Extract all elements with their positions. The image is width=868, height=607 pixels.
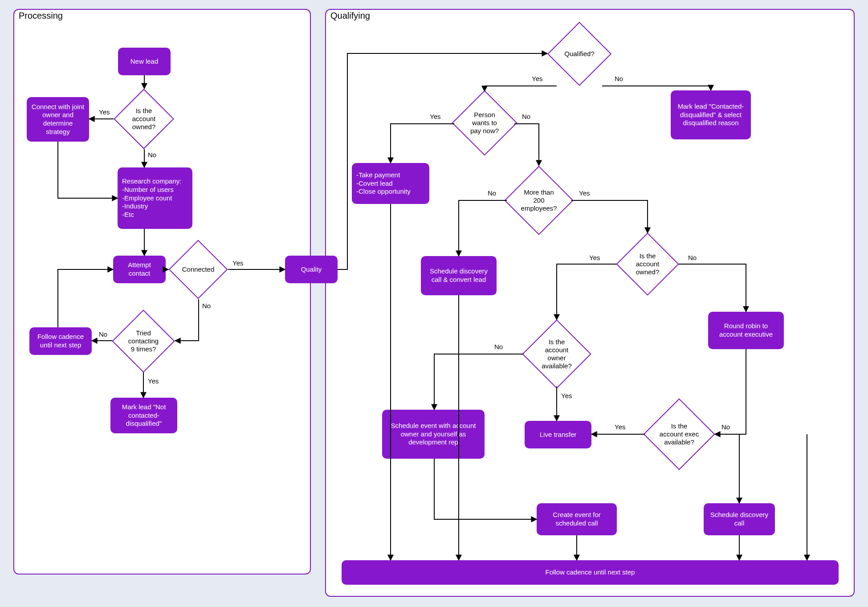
node-acct-owned2: Is the account owned? bbox=[625, 242, 670, 286]
lbl-more200-no: No bbox=[488, 189, 496, 197]
node-follow-cadence: Follow cadence until next step bbox=[29, 327, 92, 355]
lbl-owned-yes: Yes bbox=[99, 108, 110, 116]
lbl-paynow-no: No bbox=[522, 113, 530, 120]
node-account-owned-label: Is the account owned? bbox=[122, 98, 165, 140]
node-exec-available-label: Is the account exec available? bbox=[654, 409, 705, 460]
node-schedule-event-dev: Schedule event with account owner and yo… bbox=[382, 410, 485, 459]
lbl-execavail-no: No bbox=[721, 423, 730, 431]
lane-qualifying-title: Qualifying bbox=[330, 11, 370, 21]
node-schedule-discovery: Schedule discovery call bbox=[704, 503, 775, 535]
node-connect-joint: Connect with joint owner and determine s… bbox=[27, 97, 89, 142]
lbl-qualified-no: No bbox=[615, 75, 623, 82]
node-acct-owned2-label: Is the account owned? bbox=[625, 242, 670, 286]
node-live-transfer: Live transfer bbox=[525, 421, 591, 448]
lbl-owned2-no: No bbox=[688, 254, 697, 261]
lbl-connected-no: No bbox=[202, 302, 211, 310]
lbl-owneravail-yes: Yes bbox=[561, 392, 572, 399]
node-connected: Connected bbox=[177, 249, 219, 290]
node-quality: Quality bbox=[285, 256, 338, 283]
node-attempt-contact: Attempt contact bbox=[113, 256, 166, 283]
lbl-owneravail-no: No bbox=[494, 343, 503, 350]
node-owner-available: Is the account owner available? bbox=[532, 330, 581, 379]
lane-processing: Processing bbox=[13, 9, 311, 574]
lbl-qualified-yes: Yes bbox=[532, 75, 542, 82]
lbl-owned2-yes: Yes bbox=[589, 254, 600, 261]
node-qualified: Qualified? bbox=[557, 31, 602, 77]
lane-processing-title: Processing bbox=[19, 11, 63, 21]
node-account-owned: Is the account owned? bbox=[122, 98, 165, 140]
node-tried9: Tried contacting 9 times? bbox=[121, 319, 166, 363]
node-qualified-label: Qualified? bbox=[557, 31, 602, 77]
lbl-owned-no: No bbox=[148, 151, 156, 159]
node-connected-label: Connected bbox=[177, 249, 219, 290]
node-more200-label: More than 200 employees? bbox=[514, 176, 563, 225]
node-pay-now: Person wants to pay now? bbox=[461, 100, 508, 146]
node-mark-contacted-dq: Mark lead "Contacted-disqualified" & sel… bbox=[671, 90, 751, 139]
node-create-event: Create event for scheduled call bbox=[537, 503, 617, 535]
node-research: Research company: -Number of users -Empl… bbox=[118, 167, 192, 229]
lbl-paynow-yes: Yes bbox=[430, 113, 440, 120]
lbl-tried9-yes: Yes bbox=[148, 377, 159, 385]
node-exec-available: Is the account exec available? bbox=[654, 409, 705, 460]
flowchart: Processing Qualifying New lead Is the ac… bbox=[0, 0, 868, 607]
node-new-lead: New lead bbox=[118, 48, 171, 75]
lbl-more200-yes: Yes bbox=[579, 189, 590, 197]
node-pay-now-label: Person wants to pay now? bbox=[461, 100, 508, 146]
node-schedule-discovery-convert: Schedule discovery call & convert lead bbox=[421, 256, 497, 295]
node-owner-available-label: Is the account owner available? bbox=[532, 330, 581, 379]
lbl-tried9-no: No bbox=[99, 330, 107, 338]
node-round-robin: Round robin to account executive bbox=[708, 312, 784, 349]
lbl-connected-yes: Yes bbox=[232, 259, 243, 267]
node-tried9-label: Tried contacting 9 times? bbox=[121, 319, 166, 363]
node-more200: More than 200 employees? bbox=[514, 176, 563, 225]
node-follow-cadence2: Follow cadence until next step bbox=[342, 560, 839, 585]
node-mark-not-contacted: Mark lead "Not contacted-disqualified" bbox=[110, 398, 177, 433]
lbl-execavail-yes: Yes bbox=[615, 423, 625, 431]
node-take-payment: -Take payment -Covert lead -Close opport… bbox=[352, 163, 429, 204]
